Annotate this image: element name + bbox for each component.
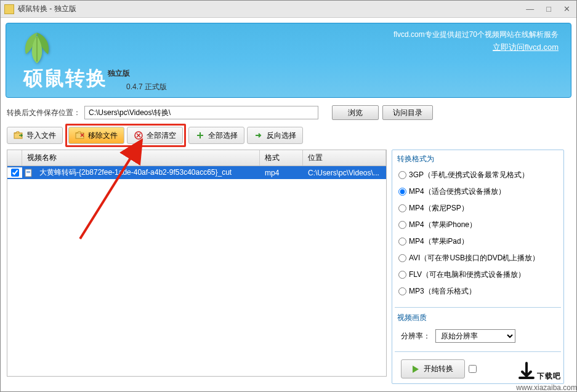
open-folder-button[interactable]: 访问目录: [382, 105, 433, 120]
resolution-select[interactable]: 原始分辨率: [435, 329, 515, 343]
select-all-button[interactable]: 全部选择: [188, 127, 244, 144]
file-icon: [22, 169, 34, 177]
table-header: 视频名称 格式 位置: [7, 150, 387, 166]
format-radio-list: 3GP（手机,便携式设备最常见格式） MP4（适合便携式设备播放） MP4（索尼…: [395, 166, 561, 305]
close-button[interactable]: ✕: [561, 4, 573, 14]
quality-group-title: 视频画质: [395, 311, 561, 324]
svg-rect-4: [26, 171, 30, 172]
invert-selection-button[interactable]: 反向选择: [247, 127, 303, 144]
column-location[interactable]: 位置: [303, 150, 386, 166]
folder-remove-icon: [75, 130, 85, 140]
clear-all-label: 全部清空: [147, 130, 176, 141]
maximize-button[interactable]: □: [544, 4, 554, 14]
minimize-button[interactable]: —: [523, 4, 536, 14]
version-label: 0.4.7 正式版: [126, 82, 167, 92]
arrow-right-icon: [254, 130, 264, 140]
app-icon: [4, 4, 14, 14]
titlebar: 硕鼠转换 - 独立版 — □ ✕: [1, 1, 576, 18]
remove-file-button[interactable]: 移除文件: [68, 127, 124, 144]
unknown-checkbox[interactable]: [469, 365, 477, 373]
play-icon: [413, 366, 419, 373]
browse-button[interactable]: 浏览: [332, 105, 379, 120]
remove-file-label: 移除文件: [88, 130, 118, 141]
clear-icon: [134, 130, 143, 140]
app-title: 硕鼠转换: [23, 65, 107, 92]
table-row[interactable]: 大黄蜂转码-{2b872fee-1ade-40af-a4b2-9f53c40ac…: [7, 166, 386, 179]
format-option-avi[interactable]: AVI（可在带USB接口的DVD机上播放）: [397, 250, 559, 266]
save-path-input[interactable]: [84, 106, 318, 119]
format-option-mp4-ipad[interactable]: MP4（苹果iPad）: [397, 233, 559, 250]
resolution-label: 分辨率：: [401, 331, 430, 342]
column-name[interactable]: 视频名称: [22, 150, 260, 166]
invert-selection-label: 反向选择: [267, 130, 296, 141]
start-convert-button[interactable]: 开始转换: [401, 359, 465, 378]
format-option-mp4-iphone[interactable]: MP4（苹果iPhone）: [397, 217, 559, 233]
header-banner: flvcd.com专业提供超过70个视频网站在线解析服务 立即访问flvcd.c…: [6, 23, 571, 98]
format-option-3gp[interactable]: 3GP（手机,便携式设备最常见格式）: [397, 167, 559, 183]
save-path-label: 转换后文件保存位置：: [7, 108, 81, 118]
format-option-flv[interactable]: FLV（可在电脑和便携式设备播放）: [397, 266, 559, 283]
clear-all-button[interactable]: 全部清空: [127, 127, 183, 144]
folder-import-icon: [14, 130, 23, 140]
format-option-mp4[interactable]: MP4（适合便携式设备播放）: [397, 183, 559, 200]
start-convert-label: 开始转换: [424, 364, 453, 374]
select-all-label: 全部选择: [208, 130, 238, 141]
visit-link[interactable]: 立即访问flvcd.com: [493, 42, 559, 53]
row-checkbox[interactable]: [11, 169, 19, 177]
edition-label: 独立版: [108, 68, 130, 79]
cell-location: C:\Users\pc\Videos\...: [303, 167, 386, 178]
format-option-mp3[interactable]: MP3（纯音乐格式）: [397, 283, 559, 300]
promo-text: flvcd.com专业提供超过70个视频网站在线解析服务: [393, 30, 559, 40]
table-body: 大黄蜂转码-{2b872fee-1ade-40af-a4b2-9f53c40ac…: [7, 166, 387, 377]
plus-icon: [195, 130, 205, 140]
cell-name: 大黄蜂转码-{2b872fee-1ade-40af-a4b2-9f53c40ac…: [34, 166, 260, 179]
svg-rect-5: [26, 172, 30, 173]
leaf-logo-icon: [18, 30, 55, 66]
format-group-title: 转换格式为: [395, 153, 561, 166]
import-file-button[interactable]: 导入文件: [7, 127, 63, 144]
import-file-label: 导入文件: [26, 130, 56, 141]
cell-format: mp4: [260, 167, 303, 178]
format-option-mp4-psp[interactable]: MP4（索尼PSP）: [397, 200, 559, 217]
highlighted-remove-buttons: 移除文件 全部清空: [65, 124, 186, 147]
column-format[interactable]: 格式: [260, 150, 303, 166]
window-title: 硕鼠转换 - 独立版: [18, 4, 523, 14]
